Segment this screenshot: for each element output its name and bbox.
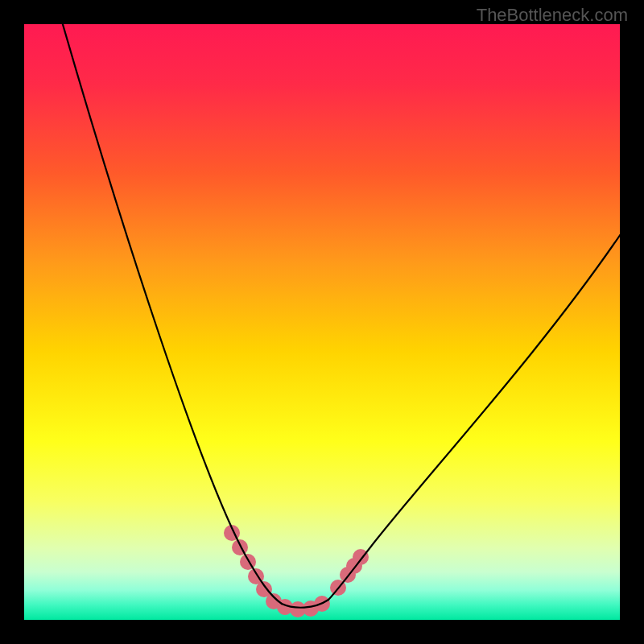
chart-frame: TheBottleneck.com <box>0 0 644 644</box>
watermark-text: TheBottleneck.com <box>477 5 628 26</box>
highlight-dot <box>232 539 248 555</box>
plot-area <box>24 24 620 620</box>
curves-group <box>60 24 620 608</box>
highlight-dots-group <box>224 525 369 617</box>
bottleneck-curve-left <box>60 24 282 604</box>
highlight-dot <box>240 554 256 570</box>
bottleneck-curve-right <box>328 229 620 600</box>
curve-layer <box>24 24 620 620</box>
